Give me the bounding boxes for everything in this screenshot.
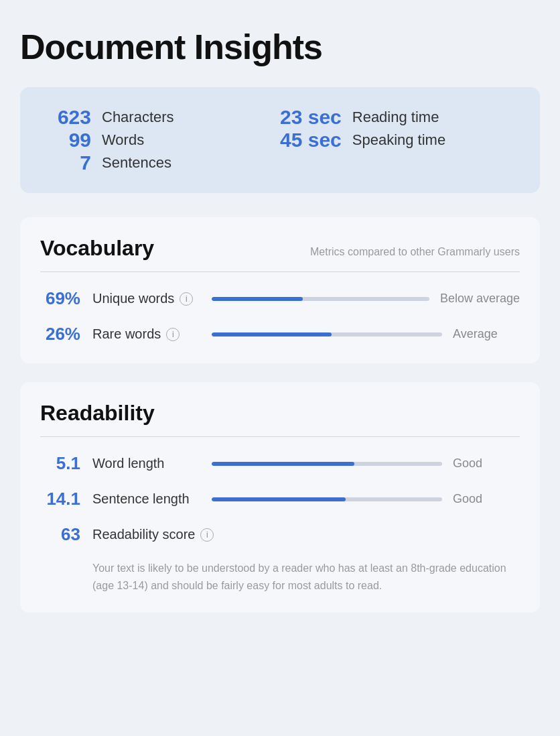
stat-value-speaking-time: 45 sec (280, 129, 342, 151)
stat-label-reading-time: Reading time (352, 109, 439, 126)
sentence-length-progress-fill (212, 497, 346, 501)
sentence-length-bar-area: Good (212, 492, 520, 506)
unique-words-progress-fill (212, 297, 303, 301)
stat-label-sentences: Sentences (102, 154, 171, 172)
readability-divider (40, 436, 520, 437)
metric-label-sentence-length: Sentence length (92, 491, 200, 507)
readability-score-info-icon[interactable]: i (200, 528, 214, 542)
metric-value-unique-words: 69% (40, 288, 80, 309)
vocabulary-title: Vocabulary (40, 236, 154, 261)
metric-value-sentence-length: 14.1 (40, 489, 80, 509)
rare-words-progress-fill (212, 332, 332, 336)
stats-right-column: 23 sec Reading time 45 sec Speaking time (280, 106, 516, 174)
metric-label-word-length: Word length (92, 456, 200, 471)
vocabulary-subtitle: Metrics compared to other Grammarly user… (310, 246, 520, 258)
word-length-rating: Good (453, 456, 520, 471)
stat-row-sentences: 7 Sentences (44, 151, 280, 174)
sentence-length-rating: Good (453, 492, 520, 506)
metric-value-word-length: 5.1 (40, 453, 80, 474)
vocabulary-divider (40, 271, 520, 272)
metric-label-unique-words: Unique words i (92, 291, 200, 306)
rare-words-info-icon[interactable]: i (166, 328, 180, 341)
rare-words-progress-track (212, 332, 442, 336)
stat-value-words: 99 (44, 129, 91, 151)
stat-row-characters: 623 Characters (44, 106, 280, 129)
stat-row-speaking-time: 45 sec Speaking time (280, 129, 516, 151)
readability-section: Readability 5.1 Word length Good 14.1 Se… (20, 382, 540, 613)
unique-words-info-icon[interactable]: i (180, 292, 193, 306)
readability-description: Your text is likely to be understood by … (40, 560, 520, 594)
metric-row-sentence-length: 14.1 Sentence length Good (40, 489, 520, 509)
stats-left-column: 623 Characters 99 Words 7 Sentences (44, 106, 280, 174)
unique-words-rating: Below average (440, 292, 520, 306)
stat-label-characters: Characters (102, 109, 174, 126)
stat-value-reading-time: 23 sec (280, 106, 342, 129)
stat-label-words: Words (102, 131, 144, 149)
vocabulary-section: Vocabulary Metrics compared to other Gra… (20, 217, 540, 363)
metric-label-readability-score: Readability score i (92, 527, 214, 542)
unique-words-bar-area: Below average (212, 292, 520, 306)
metric-value-readability-score: 63 (40, 524, 80, 545)
metric-value-rare-words: 26% (40, 324, 80, 345)
rare-words-rating: Average (453, 327, 520, 341)
stat-row-reading-time: 23 sec Reading time (280, 106, 516, 129)
stats-card: 623 Characters 99 Words 7 Sentences 23 s… (20, 87, 540, 193)
page-title: Document Insights (20, 27, 540, 67)
metric-row-unique-words: 69% Unique words i Below average (40, 288, 520, 309)
stat-value-sentences: 7 (44, 151, 91, 174)
readability-header: Readability (40, 401, 520, 426)
stat-row-words: 99 Words (44, 129, 280, 151)
metric-row-rare-words: 26% Rare words i Average (40, 324, 520, 345)
vocabulary-header: Vocabulary Metrics compared to other Gra… (40, 236, 520, 261)
metric-label-rare-words: Rare words i (92, 326, 200, 342)
readability-title: Readability (40, 401, 155, 426)
word-length-progress-fill (212, 462, 354, 466)
metric-row-readability-score: 63 Readability score i (40, 524, 520, 545)
metric-row-word-length: 5.1 Word length Good (40, 453, 520, 474)
word-length-bar-area: Good (212, 456, 520, 471)
unique-words-progress-track (212, 297, 429, 301)
stat-value-characters: 623 (44, 106, 91, 129)
stat-label-speaking-time: Speaking time (352, 131, 445, 149)
word-length-progress-track (212, 462, 442, 466)
sentence-length-progress-track (212, 497, 442, 501)
rare-words-bar-area: Average (212, 327, 520, 341)
